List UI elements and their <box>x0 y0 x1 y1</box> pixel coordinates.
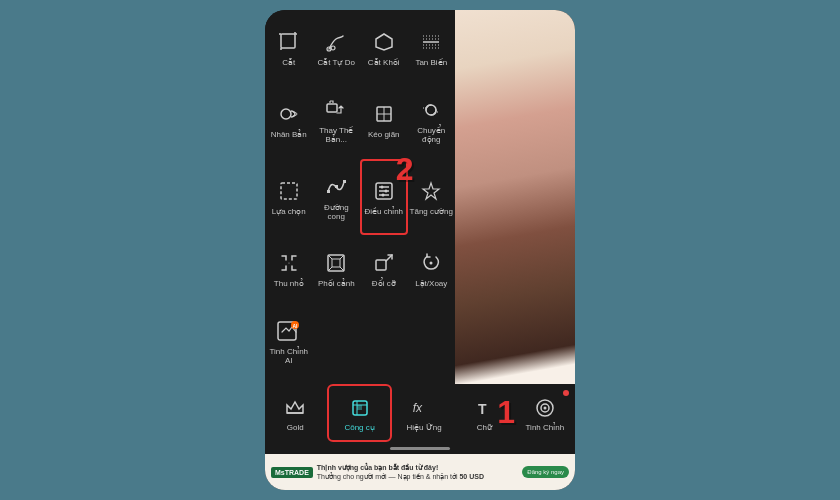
tools-icon <box>347 395 373 421</box>
ad-text-line2: Thưởng cho người mới — Nạp tiền & nhận t… <box>317 472 522 481</box>
text-icon: T <box>471 395 497 421</box>
motion-icon <box>417 96 445 124</box>
tool-tang-cuong-label: Tăng cường <box>410 208 453 217</box>
image-preview <box>455 10 575 384</box>
tool-lua-chon-label: Lựa chọn <box>272 208 306 217</box>
tool-thay-the-ban[interactable]: Thay Thế Bản... <box>313 82 361 159</box>
tool-duong-cong[interactable]: Đường cong <box>313 159 361 236</box>
ai-icon: AI <box>275 317 303 345</box>
svg-rect-49 <box>357 405 362 410</box>
svg-rect-23 <box>343 180 346 183</box>
tool-lat-xoay-label: Lật/Xoay <box>415 280 447 289</box>
svg-rect-22 <box>335 185 338 188</box>
tab-cong-cu-label: Công cụ <box>344 423 374 432</box>
tool-tinh-chinh-ai[interactable]: AI Tinh Chỉnh AI <box>265 303 313 380</box>
tool-tang-cuong[interactable]: Tăng cường <box>408 159 456 236</box>
dissolve-icon <box>417 28 445 56</box>
tab-tinh-chinh-label: Tinh Chỉnh <box>526 423 565 432</box>
tool-lat-xoay[interactable]: Lật/Xoay <box>408 235 456 303</box>
tool-keo-gian[interactable]: Kéo giãn <box>360 82 408 159</box>
stretch-icon <box>370 100 398 128</box>
tool-lua-chon[interactable]: Lựa chọn <box>265 159 313 236</box>
svg-text:AI: AI <box>292 323 298 329</box>
ad-text: Thịnh vượng của bạn bắt đầu từ đây! Thưở… <box>317 463 522 481</box>
tool-phoi-canh-label: Phối cảnh <box>318 280 355 289</box>
phone-frame: Cắt Cắt Tự Do <box>265 10 575 490</box>
enhance-icon <box>417 177 445 205</box>
tab-gold[interactable]: Gold <box>265 384 325 442</box>
tab-gold-label: Gold <box>287 423 304 432</box>
main-content: Cắt Cắt Tự Do <box>265 10 575 384</box>
svg-rect-21 <box>327 190 330 193</box>
tab-tinh-chinh[interactable]: Tinh Chỉnh <box>515 384 575 442</box>
svg-point-6 <box>331 46 335 50</box>
svg-point-30 <box>381 194 384 197</box>
ad-text-line1: Thịnh vượng của bạn bắt đầu từ đây! <box>317 463 522 472</box>
tool-dieu-chinh-label: Điều chỉnh <box>364 208 403 217</box>
selection-icon <box>275 177 303 205</box>
tool-cat-khoi-label: Cắt Khối <box>368 59 400 68</box>
tool-phoi-canh[interactable]: Phối cảnh <box>313 235 361 303</box>
tools-panel: Cắt Cắt Tự Do <box>265 10 455 384</box>
tool-dieu-chinh[interactable]: Điều chỉnh 2 <box>360 159 408 236</box>
svg-marker-31 <box>423 183 439 199</box>
tool-chuyen-dong[interactable]: Chuyển động <box>408 82 456 159</box>
svg-text:fx: fx <box>413 401 423 415</box>
svg-rect-20 <box>281 183 297 199</box>
perspective-icon <box>322 249 350 277</box>
tool-thay-the-label: Thay Thế Bản... <box>315 127 359 145</box>
tool-cat-label: Cắt <box>282 59 295 68</box>
rotate-icon <box>417 249 445 277</box>
svg-rect-39 <box>376 260 386 270</box>
svg-point-29 <box>384 190 387 193</box>
ad-banner: MsTRADE Thịnh vượng của bạn bắt đầu từ đ… <box>265 454 575 490</box>
tool-tinh-chinh-ai-label: Tinh Chỉnh AI <box>267 348 311 366</box>
svg-rect-0 <box>281 34 295 48</box>
ad-logo: MsTRADE <box>271 467 313 478</box>
tool-cat-khoi[interactable]: Cắt Khối <box>360 14 408 82</box>
fx-icon: fx <box>411 395 437 421</box>
tool-cat-tu-do[interactable]: Cắt Tự Do <box>313 14 361 82</box>
resize-icon <box>370 249 398 277</box>
replace-icon <box>322 96 350 124</box>
tool-nhan-ban[interactable]: Nhân Bản <box>265 82 313 159</box>
adjust-icon <box>370 177 398 205</box>
blockcut-icon <box>370 28 398 56</box>
adjust2-icon <box>532 395 558 421</box>
tool-keo-gian-label: Kéo giãn <box>368 131 400 140</box>
home-indicator <box>390 447 450 450</box>
photo-content <box>455 10 575 384</box>
svg-point-28 <box>380 186 383 189</box>
freecut-icon <box>322 28 350 56</box>
tab-chu-label: Chữ <box>477 423 492 432</box>
home-indicator-area <box>265 442 575 454</box>
svg-point-32 <box>288 263 289 264</box>
tool-nhan-ban-label: Nhân Bản <box>271 131 307 140</box>
bottom-bar: 1 Gold <box>265 384 575 454</box>
shrink-icon <box>275 249 303 277</box>
tool-thu-nho-label: Thu nhỏ <box>274 280 304 289</box>
curve-icon <box>322 173 350 201</box>
tool-doi-co[interactable]: Đổi cỡ <box>360 235 408 303</box>
crop-icon <box>275 28 303 56</box>
crown-icon <box>282 395 308 421</box>
svg-text:T: T <box>478 401 487 417</box>
tool-grid: Cắt Cắt Tự Do <box>265 14 455 380</box>
svg-rect-13 <box>327 104 337 112</box>
svg-point-41 <box>430 262 433 265</box>
tool-cat-tu-do-label: Cắt Tự Do <box>318 59 355 68</box>
clone-icon <box>275 100 303 128</box>
tab-hieu-ung[interactable]: fx Hiệu Ứng <box>394 384 454 442</box>
tool-tan-bien[interactable]: Tan Biến <box>408 14 456 82</box>
step-2-badge: 2 <box>396 153 414 185</box>
notification-dot <box>563 390 569 396</box>
svg-line-40 <box>386 255 392 261</box>
tool-tan-bien-label: Tan Biến <box>415 59 447 68</box>
tab-cong-cu[interactable]: Công cụ <box>327 384 391 442</box>
ad-register-button[interactable]: Đăng ký ngay <box>522 466 569 478</box>
tool-thu-nho[interactable]: Thu nhỏ <box>265 235 313 303</box>
svg-point-54 <box>543 406 546 409</box>
svg-point-12 <box>281 109 291 119</box>
step-1-badge: 1 <box>497 396 515 428</box>
tool-cat[interactable]: Cắt <box>265 14 313 82</box>
